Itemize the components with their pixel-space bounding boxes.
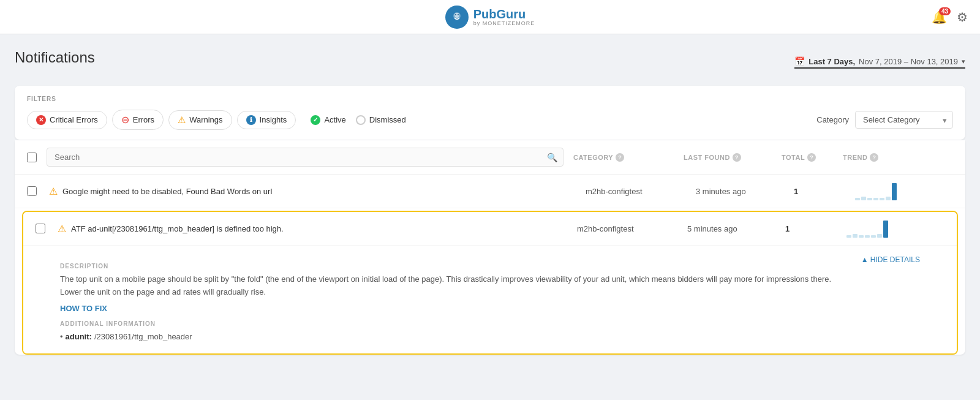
filter-errors-label: Errors xyxy=(133,115,154,124)
filter-insights[interactable]: ℹ Insights xyxy=(237,111,296,129)
select-all-checkbox[interactable] xyxy=(27,153,37,162)
additional-info-label: ADDITIONAL INFORMATION xyxy=(60,320,849,327)
chevron-down-icon: ▾ xyxy=(962,58,965,66)
how-to-fix-link[interactable]: HOW TO FIX xyxy=(60,304,107,313)
table-search-row: 🔍 CATEGORY ? LAST FOUND ? TOTAL ? xyxy=(15,140,965,175)
date-filter[interactable]: 📅 Last 7 Days, Nov 7, 2019 – Nov 13, 201… xyxy=(794,56,965,69)
category-select-wrapper: Select Category xyxy=(855,111,953,129)
notification-badge: 43 xyxy=(939,7,951,15)
status-filters: Active Dismissed xyxy=(311,115,405,125)
expanded-trend-chart xyxy=(846,219,888,238)
main-content: Notifications 📅 Last 7 Days, Nov 7, 2019… xyxy=(0,34,980,372)
calendar-icon: 📅 xyxy=(794,56,805,66)
settings-button[interactable]: ⚙ xyxy=(957,10,968,25)
status-active[interactable]: Active xyxy=(311,115,345,125)
table-section: 🔍 CATEGORY ? LAST FOUND ? TOTAL ? xyxy=(15,140,965,355)
expanded-row-message-text: ATF ad-unit[/23081961/ttg_mob_header] is… xyxy=(71,224,284,233)
trend-bar xyxy=(861,197,866,200)
filters-label: FILTERS xyxy=(27,96,953,102)
col-trend: TREND ? xyxy=(843,153,941,162)
error-icon: ⊖ xyxy=(121,114,129,126)
active-radio-icon xyxy=(311,115,320,125)
page-wrapper: PubGuru by MONETIZEMORE 🔔 43 ⚙ Notificat… xyxy=(0,0,980,400)
description-block: DESCRIPTION The top unit on a mobile pag… xyxy=(60,255,849,341)
filter-warnings-label: Warnings xyxy=(189,115,222,124)
row-lastfound: 3 minutes ago xyxy=(696,187,794,196)
trend-bar-last xyxy=(883,221,888,238)
trend-bar xyxy=(853,234,858,238)
category-select[interactable]: Select Category xyxy=(855,111,953,129)
trend-bar xyxy=(871,235,876,238)
page-title: Notifications xyxy=(15,49,95,66)
warning-icon: ⚠ xyxy=(178,115,186,126)
trend-bar xyxy=(886,197,891,200)
expanded-row-header[interactable]: ⚠ ATF ad-unit[/23081961/ttg_mob_header] … xyxy=(23,212,957,246)
expanded-row-category: m2hb-configtest xyxy=(577,224,687,233)
row-total: 1 xyxy=(794,187,855,196)
row-message: ⚠ Google might need to be disabled, Foun… xyxy=(49,186,586,197)
bullet: • xyxy=(60,332,63,341)
logo-icon xyxy=(445,6,469,29)
row-message-text: Google might need to be disabled, Found … xyxy=(62,187,272,196)
svg-point-1 xyxy=(454,13,459,18)
filter-warnings[interactable]: ⚠ Warnings xyxy=(168,110,232,130)
category-label: Category xyxy=(816,115,849,124)
row-category: m2hb-configtest xyxy=(586,187,696,196)
svg-point-2 xyxy=(455,14,456,15)
table-row[interactable]: ⚠ Google might need to be disabled, Foun… xyxy=(15,175,965,208)
category-help-icon[interactable]: ? xyxy=(616,153,624,162)
expanded-details: DESCRIPTION The top unit on a mobile pag… xyxy=(23,246,957,353)
filter-critical-errors[interactable]: ✕ Critical Errors xyxy=(27,111,107,129)
description-text: The top unit on a mobile page should be … xyxy=(60,273,849,299)
header-actions: 🔔 43 ⚙ xyxy=(932,10,968,25)
header: PubGuru by MONETIZEMORE 🔔 43 ⚙ xyxy=(0,0,980,34)
total-help-icon[interactable]: ? xyxy=(807,153,816,162)
col-total: TOTAL ? xyxy=(782,153,843,162)
adunit-key: adunit: xyxy=(66,332,92,341)
critical-error-icon: ✕ xyxy=(36,115,46,125)
trend-bar xyxy=(865,235,870,238)
expanded-row-total: 1 xyxy=(785,224,846,233)
search-wrapper: 🔍 xyxy=(47,148,564,167)
filters-section: FILTERS ✕ Critical Errors ⊖ Errors ⚠ War… xyxy=(15,86,965,140)
active-label: Active xyxy=(324,115,345,124)
svg-point-3 xyxy=(458,14,459,15)
last-found-help-icon[interactable]: ? xyxy=(733,153,741,162)
trend-bar xyxy=(855,198,860,200)
search-input[interactable] xyxy=(47,148,564,167)
trend-bar xyxy=(880,198,884,200)
filters-row: ✕ Critical Errors ⊖ Errors ⚠ Warnings ℹ … xyxy=(27,110,953,130)
status-dismissed[interactable]: Dismissed xyxy=(356,115,406,125)
logo-text: PubGuru by MONETIZEMORE xyxy=(473,8,535,26)
notification-button[interactable]: 🔔 43 xyxy=(932,10,947,25)
insights-icon: ℹ xyxy=(246,115,256,125)
dismissed-radio-icon xyxy=(356,115,366,125)
adunit-value: /23081961/ttg_mob_header xyxy=(94,332,192,341)
logo-sub: by MONETIZEMORE xyxy=(473,20,535,26)
filter-errors[interactable]: ⊖ Errors xyxy=(112,110,164,130)
expanded-row: ⚠ ATF ad-unit[/23081961/ttg_mob_header] … xyxy=(22,211,958,355)
expanded-row-message: ⚠ ATF ad-unit[/23081961/ttg_mob_header] … xyxy=(58,223,577,235)
trend-bar xyxy=(846,235,851,238)
trend-bar-last xyxy=(892,183,897,200)
date-filter-label: Last 7 Days, xyxy=(809,57,855,66)
dismissed-label: Dismissed xyxy=(369,115,406,124)
trend-bar xyxy=(873,198,878,200)
description-label: DESCRIPTION xyxy=(60,263,849,270)
hide-details-link[interactable]: ▲ HIDE DETAILS xyxy=(861,255,920,264)
expanded-row-checkbox[interactable] xyxy=(36,224,45,233)
expanded-row-lastfound: 5 minutes ago xyxy=(687,224,785,233)
filter-critical-label: Critical Errors xyxy=(50,115,98,124)
col-category: CATEGORY ? xyxy=(573,153,684,162)
additional-info-row: • adunit: /23081961/ttg_mob_header xyxy=(60,332,849,341)
logo: PubGuru by MONETIZEMORE xyxy=(445,6,535,29)
category-section: Category Select Category xyxy=(816,111,953,129)
expanded-warning-icon: ⚠ xyxy=(58,223,66,235)
row-checkbox[interactable] xyxy=(27,186,37,196)
search-icon: 🔍 xyxy=(547,153,557,162)
trend-bar xyxy=(877,234,882,238)
trend-chart xyxy=(855,182,953,200)
logo-title: PubGuru xyxy=(473,8,535,20)
filter-insights-label: Insights xyxy=(260,115,287,124)
trend-help-icon[interactable]: ? xyxy=(870,153,878,162)
